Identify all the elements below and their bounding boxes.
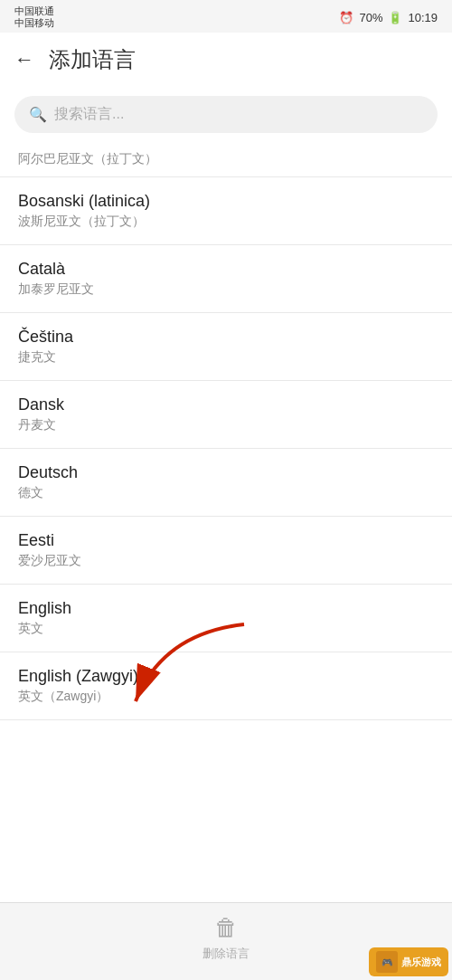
lang-chinese: 波斯尼亚文（拉丁文） xyxy=(18,214,434,230)
battery-level: 70% xyxy=(359,11,382,24)
delete-language-button[interactable]: 🗑 删除语言 xyxy=(202,914,250,962)
language-list: 阿尔巴尼亚文（拉丁文） Bosanski (latinica) 波斯尼亚文（拉丁… xyxy=(0,142,452,720)
search-bar[interactable]: 🔍 搜索语言... xyxy=(14,96,438,133)
list-item-truncated[interactable]: 阿尔巴尼亚文（拉丁文） xyxy=(0,142,452,177)
back-button[interactable]: ← xyxy=(14,50,34,70)
lang-name: Bosanski (latinica) xyxy=(18,192,434,211)
lang-name: English (Zawgyi) xyxy=(18,667,434,686)
list-item-english[interactable]: English 英文 xyxy=(0,585,452,652)
watermark-logo: 🎮 xyxy=(376,951,398,973)
alarm-icon: ⏰ xyxy=(339,11,353,24)
list-item-deutsch[interactable]: Deutsch 德文 xyxy=(0,449,452,517)
watermark: 🎮 鼎乐游戏 xyxy=(369,947,448,976)
truncated-text: 阿尔巴尼亚文（拉丁文） xyxy=(18,151,157,166)
search-icon: 🔍 xyxy=(29,106,47,123)
search-container: 🔍 搜索语言... xyxy=(0,87,452,142)
lang-chinese: 英文 xyxy=(18,621,434,637)
list-item-dansk[interactable]: Dansk 丹麦文 xyxy=(0,381,452,449)
lang-name: English xyxy=(18,599,434,618)
lang-chinese: 德文 xyxy=(18,485,434,501)
status-bar: 中国联通 中国移动 ⏰ 70% 🔋 10:19 xyxy=(0,0,452,33)
lang-chinese: 英文（Zawgyi） xyxy=(18,689,434,705)
lang-chinese: 丹麦文 xyxy=(18,417,434,433)
list-item-english-zawgyi[interactable]: English (Zawgyi) 英文（Zawgyi） xyxy=(0,652,452,720)
list-item-catala[interactable]: Català 加泰罗尼亚文 xyxy=(0,245,452,313)
list-item-eesti[interactable]: Eesti 爱沙尼亚文 xyxy=(0,517,452,585)
delete-label: 删除语言 xyxy=(202,946,250,962)
trash-icon: 🗑 xyxy=(214,914,238,942)
lang-chinese: 爱沙尼亚文 xyxy=(18,553,434,569)
lang-name: Čeština xyxy=(18,328,434,347)
header: ← 添加语言 xyxy=(0,33,452,87)
time-display: 10:19 xyxy=(408,11,438,24)
lang-name: Dansk xyxy=(18,395,434,414)
lang-chinese: 加泰罗尼亚文 xyxy=(18,281,434,298)
status-right: ⏰ 70% 🔋 10:19 xyxy=(339,11,438,24)
battery-icon: 🔋 xyxy=(388,11,402,24)
lang-name: Deutsch xyxy=(18,463,434,482)
lang-name: Català xyxy=(18,260,434,279)
page-title: 添加语言 xyxy=(49,45,136,74)
lang-name: Eesti xyxy=(18,531,434,550)
carrier2: 中国移动 xyxy=(14,17,54,29)
list-item-bosanski[interactable]: Bosanski (latinica) 波斯尼亚文（拉丁文） xyxy=(0,177,452,245)
list-item-cestina[interactable]: Čeština 捷克文 xyxy=(0,313,452,381)
search-placeholder: 搜索语言... xyxy=(54,105,124,124)
carrier1: 中国联通 xyxy=(14,5,54,17)
lang-chinese: 捷克文 xyxy=(18,349,434,366)
watermark-text: 鼎乐游戏 xyxy=(401,956,441,969)
carrier-info: 中国联通 中国移动 xyxy=(14,5,54,29)
